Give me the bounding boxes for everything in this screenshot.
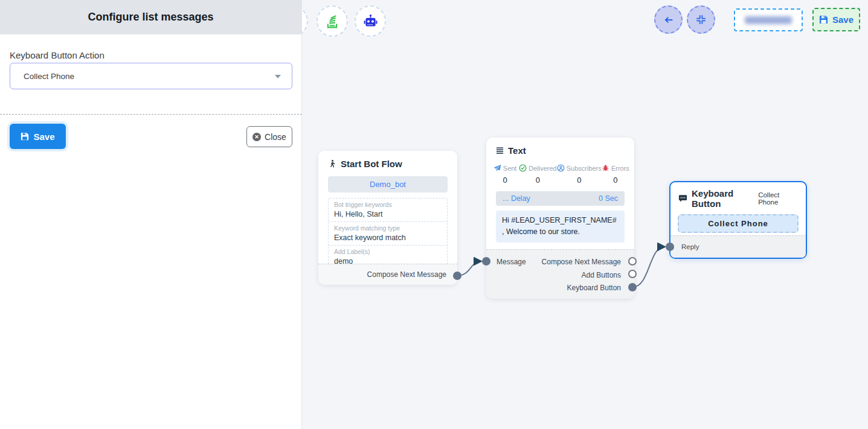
stack-tool-button[interactable] [317,5,348,37]
flow-save-button[interactable]: Save [812,8,860,31]
stat-label: Delivered [529,165,556,172]
floppy-icon [21,132,29,141]
stat-label: Sent [503,165,517,172]
input-message-label: Message [497,258,526,266]
arrow-left-icon [663,14,674,25]
field-matching-type[interactable]: Keyword matching type Exact keyword matc… [329,221,447,245]
configure-panel-header: Configure list messages [0,0,301,34]
connector-text-keyboard-button[interactable] [628,283,637,291]
stat-value: 0 [491,176,519,185]
bug-icon [602,164,609,172]
stat-value: 0 [519,176,556,185]
field-trigger-keywords[interactable]: Bot trigger keywords Hi, Hello, Start [329,199,447,221]
bot-tool-button[interactable] [355,5,386,37]
stack-icon [324,13,340,29]
connector-text-compose-next-message[interactable] [628,257,637,265]
selected-action-value: Collect Phone [24,72,74,81]
redacted-text [745,16,792,24]
input-reply-label: Reply [681,243,699,250]
node-kb-header: Keyboard Button Collect Phone [670,182,806,209]
flow-save-label: Save [832,14,854,25]
paper-plane-icon [493,164,501,172]
connector-text-add-buttons[interactable] [628,270,637,278]
node-kb-footer: Reply [670,235,806,258]
message-text[interactable]: Hi #LEAD_USER_FIRST_NAME# , Welcome to o… [496,211,625,243]
node-start-header: Start Bot Flow [318,151,457,169]
bot-name-pill[interactable]: Demo_bot [328,176,448,192]
fit-view-button[interactable] [687,5,715,34]
floppy-icon [819,15,828,24]
edge-text-to-keyboard [632,247,664,287]
keyboard-button-action-select[interactable]: Collect Phone [10,63,292,89]
panel-close-button[interactable]: ✕ Close [246,126,292,147]
delay-setting[interactable]: ... Delay 0 Sec [496,191,625,206]
chevron-down-icon [275,75,281,78]
output-keyboard-button-label: Keyboard Button [567,284,621,292]
panel-save-label: Save [33,132,54,142]
stat-value: 0 [557,176,602,185]
kb-collect-phone-button[interactable]: Collect Phone [678,214,799,233]
field-label: Keyword matching type [334,224,442,232]
user-circle-icon [557,164,565,172]
output-compose-next-message-label: Compose Next Message [542,258,621,266]
node-text-title: Text [508,145,526,156]
connector-text-message-input[interactable] [482,257,490,265]
field-value: Hi, Hello, Start [334,210,442,218]
output-add-buttons-label: Add Buttons [582,271,621,279]
redacted-button[interactable] [734,8,803,31]
back-button[interactable] [654,5,683,34]
field-label: Add Label(s) [334,248,442,255]
chat-bubble-icon [678,194,687,203]
check-circle-icon [519,164,527,172]
close-icon: ✕ [252,133,261,141]
node-start-bot-flow[interactable]: Start Bot Flow Demo_bot Bot trigger keyw… [318,151,457,285]
stat-errors: Errors 0 [602,164,629,185]
node-text[interactable]: Text Sent 0 Delivered 0 [486,138,634,299]
field-label: Bot trigger keywords [334,201,442,208]
node-keyboard-button[interactable]: Keyboard Button Collect Phone Collect Ph… [669,181,807,259]
node-text-header: Text [486,138,634,156]
compress-icon [696,14,706,25]
flow-builder-app: Save Start Bot Flow Demo_bot Bot trigger… [0,0,868,429]
node-start-footer: Compose Next Message [318,264,457,285]
keyboard-button-action-label: Keyboard Button Action [10,50,104,60]
delay-label: ... Delay [503,194,530,203]
panel-title: Configure list messages [88,11,213,24]
output-compose-next-message-label: Compose Next Message [367,270,446,279]
kb-action-label: Collect Phone [758,191,798,206]
stat-delivered: Delivered 0 [519,164,556,185]
robot-icon [362,13,379,30]
node-text-footer: Message Compose Next Message Add Buttons… [486,249,634,299]
bot-settings-fields: Bot trigger keywords Hi, Hello, Start Ke… [328,198,448,269]
stat-subscribers: Subscribers 0 [557,164,602,185]
node-start-title: Start Bot Flow [341,159,402,169]
message-stats: Sent 0 Delivered 0 Subscribers [491,164,629,185]
node-kb-title: Keyboard Button [692,188,758,209]
connector-start-compose-next-message[interactable] [453,272,461,280]
stat-label: Errors [611,165,629,172]
field-value: Exact keyword match [334,234,442,242]
configure-panel: Configure list messages Keyboard Button … [0,0,302,429]
stat-value: 0 [602,176,629,185]
panel-close-label: Close [265,132,286,142]
connector-kb-reply-input[interactable] [666,243,674,251]
menu-icon [496,147,504,154]
panel-divider [0,114,302,115]
panel-save-button[interactable]: Save [10,124,66,149]
stat-label: Subscribers [567,165,602,172]
delay-value: 0 Sec [599,194,618,203]
stat-sent: Sent 0 [491,164,519,185]
walking-person-icon [328,159,336,168]
